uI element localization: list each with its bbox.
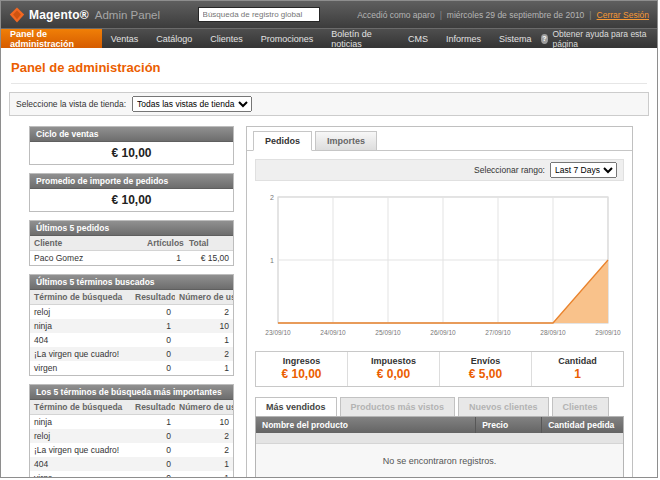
col-header-qty: Cantidad pedida xyxy=(542,417,623,433)
tab-mas-vendidos[interactable]: Más vendidos xyxy=(255,397,337,416)
average-orders-box: Promedio de importe de pedidos € 10,00 xyxy=(29,173,234,212)
logo-text: Magento® xyxy=(29,8,89,22)
svg-text:25/09/10: 25/09/10 xyxy=(375,329,401,336)
nav-item-promociones[interactable]: Promociones xyxy=(252,29,323,48)
cell-uses: 2 xyxy=(175,429,233,443)
cell-results: 0 xyxy=(131,457,175,471)
products-tabs: Más vendidos Productos más vistos Nuevos… xyxy=(255,397,624,416)
svg-text:2: 2 xyxy=(270,194,274,201)
separator: | xyxy=(440,10,442,20)
lifetime-sales-value: € 10,00 xyxy=(30,142,233,164)
lifetime-sales-box: Ciclo de ventas € 10,00 xyxy=(29,126,234,165)
cell-uses: 2 xyxy=(175,347,233,361)
table-header-row: Término de búsqueda Resultados Número de… xyxy=(30,290,233,305)
store-view-select[interactable]: Todas las vistas de tienda xyxy=(132,96,252,112)
cell-customer: Paco Gomez xyxy=(30,251,143,266)
tab-nuevos-clientes[interactable]: Nuevos clientes xyxy=(458,397,549,416)
col-header-price: Precio xyxy=(476,417,542,433)
cell-term: ¡La virgen que cuadro! xyxy=(30,443,131,457)
stat-value: € 5,00 xyxy=(442,367,529,381)
range-select[interactable]: Last 7 Days xyxy=(550,162,617,178)
table-empty-row xyxy=(256,433,623,444)
bestsellers-header-row: Nombre del producto Precio Cantidad pedi… xyxy=(256,417,623,433)
magento-admin-page: Magento® Admin Panel Accedió como aparo … xyxy=(0,0,658,478)
cell-term: ninja xyxy=(30,415,131,430)
stat-value: € 0,00 xyxy=(350,367,437,381)
lifetime-sales-title: Ciclo de ventas xyxy=(30,127,233,142)
cell-term: reloj xyxy=(30,305,131,320)
page-help-link[interactable]: ? Obtener ayuda para esta página xyxy=(541,29,658,48)
col-header: Total xyxy=(185,236,233,251)
tab-pedidos[interactable]: Pedidos xyxy=(253,131,312,151)
svg-text:1: 1 xyxy=(270,257,274,264)
svg-text:26/09/10: 26/09/10 xyxy=(430,329,456,336)
cell-uses: 2 xyxy=(175,443,233,457)
cell-items: 1 xyxy=(143,251,185,266)
svg-text:29/09/10: 29/09/10 xyxy=(595,329,621,336)
table-row[interactable]: 404 0 1 xyxy=(30,333,233,347)
table-row[interactable]: ¡La virgen que cuadro! 0 2 xyxy=(30,347,233,361)
dashboard-columns: Ciclo de ventas € 10,00 Promedio de impo… xyxy=(9,126,649,478)
logo-suffix: Admin Panel xyxy=(95,9,160,21)
nav-item-informes[interactable]: Informes xyxy=(437,29,490,48)
stat-label: Impuestos xyxy=(350,356,437,366)
global-search xyxy=(160,7,357,22)
tab-importes[interactable]: Importes xyxy=(315,131,377,151)
tab-productos-mas-vistos[interactable]: Productos más vistos xyxy=(340,397,456,416)
stat-label: Cantidad xyxy=(534,356,621,366)
nav-item-ventas[interactable]: Ventas xyxy=(102,29,148,48)
dashboard-right-column: Pedidos Importes Seleccionar rango: Last… xyxy=(246,126,633,478)
last-orders-title: Últimos 5 pedidos xyxy=(30,221,233,236)
table-row[interactable]: reloj 0 2 xyxy=(30,429,233,443)
nav-item-clientes[interactable]: Clientes xyxy=(201,29,252,48)
stat-envios: Envíos € 5,00 xyxy=(439,352,531,386)
current-date-text: miércoles 29 de septiembre de 2010 xyxy=(447,10,585,20)
average-orders-title: Promedio de importe de pedidos xyxy=(30,174,233,189)
table-row[interactable]: virge 0 1 xyxy=(30,471,233,478)
cell-uses: 1 xyxy=(175,457,233,471)
nav-item-catalogo[interactable]: Catálogo xyxy=(147,29,201,48)
last-orders-box: Últimos 5 pedidos Cliente Artículos Tota… xyxy=(29,220,234,266)
magento-logo-icon xyxy=(9,7,25,23)
col-header: Número de usos xyxy=(175,290,233,305)
header-user-info: Accedió como aparo | miércoles 29 de sep… xyxy=(357,10,649,20)
cell-uses: 1 xyxy=(175,333,233,347)
cell-uses: 10 xyxy=(175,415,233,430)
table-row[interactable]: ¡La virgen que cuadro! 0 2 xyxy=(30,443,233,457)
logged-in-as-text: Accedió como aparo xyxy=(357,10,435,20)
logout-link[interactable]: Cerrar Sesión xyxy=(597,10,649,20)
svg-text:24/09/10: 24/09/10 xyxy=(320,329,346,336)
no-records-message: No se encontraron registros. xyxy=(256,444,623,478)
cell-term: reloj xyxy=(30,429,131,443)
totals-row: Ingresos € 10,00 Impuestos € 0,00 Envíos… xyxy=(255,351,624,387)
bestsellers-table: Nombre del producto Precio Cantidad pedi… xyxy=(255,416,624,478)
table-row[interactable]: 404 0 1 xyxy=(30,457,233,471)
stat-cantidad: Cantidad 1 xyxy=(531,352,623,386)
stat-impuestos: Impuestos € 0,00 xyxy=(347,352,439,386)
nav-item-boletin[interactable]: Boletín de noticias xyxy=(322,29,399,48)
chart-tabs: Pedidos Importes xyxy=(247,127,632,151)
global-search-input[interactable] xyxy=(198,7,320,22)
cell-results: 0 xyxy=(131,333,175,347)
cell-term: ninja xyxy=(30,319,131,333)
table-row[interactable]: reloj 0 2 xyxy=(30,305,233,320)
table-row[interactable]: Paco Gomez 1 € 15,00 xyxy=(30,251,233,266)
cell-results: 0 xyxy=(131,471,175,478)
stat-ingresos: Ingresos € 10,00 xyxy=(256,352,347,386)
cell-results: 1 xyxy=(131,415,175,430)
cell-results: 0 xyxy=(131,361,175,375)
table-row[interactable]: ninja 1 10 xyxy=(30,319,233,333)
nav-item-sistema[interactable]: Sistema xyxy=(490,29,541,48)
table-row[interactable]: ninja 1 10 xyxy=(30,415,233,430)
tab-clientes[interactable]: Clientes xyxy=(552,397,609,416)
col-header-product: Nombre del producto xyxy=(256,417,476,433)
stat-label: Ingresos xyxy=(258,356,345,366)
cell-results: 0 xyxy=(131,429,175,443)
cell-uses: 1 xyxy=(175,361,233,375)
cell-term: virgen xyxy=(30,361,131,375)
table-row[interactable]: virgen 0 1 xyxy=(30,361,233,375)
nav-item-dashboard[interactable]: Panel de administración xyxy=(1,29,102,48)
nav-item-cms[interactable]: CMS xyxy=(399,29,437,48)
cell-term: 404 xyxy=(30,333,131,347)
table-header-row: Cliente Artículos Total xyxy=(30,236,233,251)
